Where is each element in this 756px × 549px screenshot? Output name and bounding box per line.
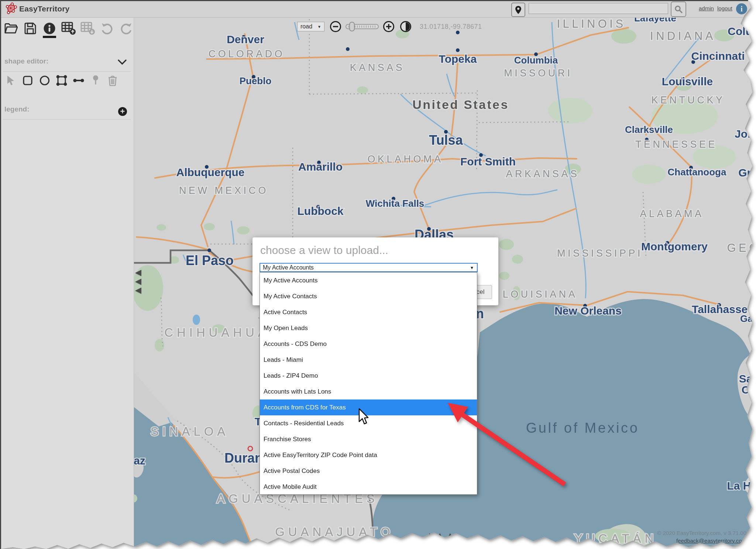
map-label: New Orleans xyxy=(554,305,622,317)
map-label: ALABAMA xyxy=(640,208,704,219)
dialog-title: choose a view to upload... xyxy=(260,244,388,257)
dropdown-option[interactable]: My Active Accounts xyxy=(260,272,477,288)
expand-up-icon: ▲ xyxy=(446,530,456,540)
admin-link[interactable]: admin xyxy=(699,5,714,11)
map-label: Tulsa xyxy=(429,133,463,148)
map-label: ARKANSAS xyxy=(506,168,580,179)
search-button[interactable] xyxy=(671,1,686,17)
collapse-left-icon: ◀ xyxy=(135,268,141,277)
map-coordinates: 31.01718,-99.78671 xyxy=(420,23,482,31)
chevron-down-icon: ▼ xyxy=(317,25,321,29)
app-logo: EasyTerritory xyxy=(4,2,69,16)
dropdown-option[interactable]: Accounts with Lats Lons xyxy=(260,384,477,399)
top-bar: EasyTerritory admin logout i xyxy=(0,0,756,18)
map-label: KANSAS xyxy=(350,62,405,73)
map-label: Gulf of Mexico xyxy=(526,420,639,436)
circle-tool-button[interactable] xyxy=(38,73,51,88)
line-tool-button[interactable] xyxy=(72,73,85,88)
map-label: Louisville xyxy=(662,75,713,88)
zoom-slider-thumb[interactable] xyxy=(350,22,354,31)
map-label: GEOR xyxy=(727,241,756,254)
map-label: CHIHUAHUA xyxy=(164,326,269,339)
map-pin-icon xyxy=(515,6,522,14)
locate-button[interactable] xyxy=(511,3,525,17)
map-label: Topeka xyxy=(439,53,477,65)
logout-link[interactable]: logout xyxy=(717,5,732,11)
contrast-button[interactable] xyxy=(400,21,412,32)
table-upload-icon xyxy=(61,22,76,35)
save-button[interactable] xyxy=(23,20,38,37)
zoom-slider[interactable] xyxy=(345,21,379,32)
open-button[interactable] xyxy=(4,20,18,37)
map-label: MISSISSIPPI xyxy=(557,248,643,259)
info-icon[interactable]: i xyxy=(736,3,747,14)
dropdown-option[interactable]: Leads - ZIP4 Demo xyxy=(260,368,477,384)
dropdown-option[interactable]: Active Postal Codes xyxy=(260,463,477,479)
select-tool-button[interactable] xyxy=(4,73,17,88)
pin-tool-button[interactable] xyxy=(89,73,102,88)
dropdown-option[interactable]: Active Contacts xyxy=(260,304,477,320)
table-upload-button[interactable] xyxy=(61,20,76,37)
chevron-down-icon[interactable] xyxy=(117,59,127,65)
city-dot xyxy=(456,48,460,52)
map-label: YUCATÁN xyxy=(574,532,657,545)
city-dot xyxy=(346,47,350,51)
info-circle-icon xyxy=(43,22,56,35)
delete-shape-button[interactable] xyxy=(106,73,119,88)
feedback-link[interactable]: feedback@easyterritory.com xyxy=(657,538,746,544)
map-label: SINALOA xyxy=(151,425,229,438)
dropdown-option[interactable]: Active EasyTerritory ZIP Code Point data xyxy=(260,447,477,463)
app-window: DenverCOLORADOPuebloKANSASTopekaColumbia… xyxy=(0,0,756,549)
undo-button[interactable] xyxy=(100,20,114,37)
sidebar-panel: shape editor: xyxy=(0,17,134,549)
map-label: El Paso xyxy=(186,253,234,268)
map-label: Fort Smith xyxy=(460,155,516,168)
dropdown-option[interactable]: Active Mobile Audit xyxy=(260,479,477,495)
redo-button[interactable] xyxy=(119,20,134,37)
dropdown-option[interactable]: Franchise Stores xyxy=(260,431,477,447)
map-label: az xyxy=(134,454,145,467)
table-download-button[interactable] xyxy=(80,20,95,37)
zoom-in-button[interactable] xyxy=(383,21,395,32)
dropdown-option[interactable]: My Open Leads xyxy=(260,320,477,336)
dropdown-option[interactable]: My Active Contacts xyxy=(260,288,477,304)
zoom-out-button[interactable] xyxy=(330,21,341,32)
map-label: Ca xyxy=(742,384,756,396)
view-select[interactable]: My Active Accounts ▼ xyxy=(260,263,478,272)
shape-editor-label: shape editor: xyxy=(4,57,48,65)
chevron-down-icon: ▼ xyxy=(470,265,474,270)
circle-icon xyxy=(39,75,50,86)
dropdown-option[interactable]: Leads - Miami xyxy=(260,352,477,368)
map-controls: road ▼ xyxy=(297,21,482,32)
map-label: Clarksville xyxy=(625,124,673,135)
bottom-panel-expand-control[interactable]: ▲▲▲ xyxy=(425,530,456,541)
map-label: Duran xyxy=(224,450,263,466)
map-label: TENNESSEE xyxy=(635,139,717,150)
folder-icon xyxy=(4,23,18,34)
panel-collapse-control[interactable]: ◀ ◀ ◀ xyxy=(135,268,141,295)
torn-screenshot: DenverCOLORADOPuebloKANSASTopekaColumbia… xyxy=(0,0,756,549)
add-legend-icon[interactable]: + xyxy=(118,107,127,116)
dropdown-option[interactable]: Accounts - CDS Demo xyxy=(260,336,477,352)
info-tab-button[interactable] xyxy=(42,20,57,37)
map-label: Sar xyxy=(739,373,756,385)
map-label: Montgomery xyxy=(641,240,708,253)
map-style-value: road xyxy=(300,23,312,30)
map-label: LOUISIANA xyxy=(503,289,577,300)
easyterritory-logo-icon xyxy=(4,2,18,16)
map-label: KENTUCKY xyxy=(652,95,725,106)
map-style-select[interactable]: road ▼ xyxy=(297,22,324,31)
rectangle-tool-button[interactable] xyxy=(21,73,34,88)
map-label: United States xyxy=(412,97,509,111)
expand-up-icon: ▲ xyxy=(436,530,446,540)
expand-up-icon: ▲ xyxy=(425,530,436,540)
cursor-icon xyxy=(6,75,16,86)
collapse-left-icon: ◀ xyxy=(135,286,141,295)
map-label: COLORADO xyxy=(209,48,285,59)
search-input[interactable] xyxy=(529,3,668,14)
map-label: INDIANA xyxy=(650,30,716,42)
save-icon xyxy=(24,23,36,34)
map-label: MISSOURI xyxy=(504,68,572,79)
polygon-tool-button[interactable] xyxy=(55,73,68,88)
pin-icon xyxy=(92,75,99,86)
